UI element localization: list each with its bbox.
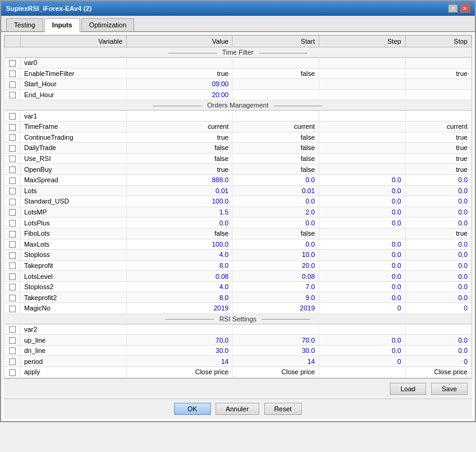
row-checkbox[interactable] <box>9 273 16 280</box>
row-start[interactable]: 0.0 <box>233 239 319 250</box>
row-step[interactable] <box>319 324 405 335</box>
row-stop[interactable]: true <box>405 68 471 79</box>
row-checkbox[interactable] <box>9 295 16 301</box>
row-checkbox[interactable] <box>9 231 16 238</box>
row-stop[interactable]: 0.0 <box>405 174 471 185</box>
row-checkbox[interactable] <box>9 306 16 312</box>
row-checkbox-cell[interactable] <box>5 292 21 303</box>
row-stop[interactable]: true <box>405 132 471 143</box>
row-checkbox-cell[interactable] <box>5 345 21 356</box>
row-start[interactable]: false <box>233 68 319 79</box>
row-stop[interactable] <box>405 58 471 69</box>
row-checkbox[interactable] <box>9 145 16 152</box>
row-checkbox[interactable] <box>9 92 16 98</box>
row-start[interactable]: false <box>233 132 319 143</box>
row-checkbox-cell[interactable] <box>5 207 21 217</box>
row-start[interactable] <box>233 79 319 90</box>
row-stop[interactable]: 0.0 <box>405 292 471 303</box>
row-value[interactable]: 0.01 <box>126 185 233 196</box>
row-checkbox-cell[interactable] <box>5 228 21 239</box>
row-checkbox[interactable] <box>9 348 16 354</box>
help-button[interactable]: ? <box>448 4 458 13</box>
row-start[interactable]: 9.0 <box>233 292 319 303</box>
row-start[interactable] <box>233 324 319 335</box>
row-stop[interactable]: 0 <box>405 356 471 367</box>
row-value[interactable]: true <box>126 132 233 143</box>
row-checkbox[interactable] <box>9 113 16 120</box>
row-value[interactable]: true <box>126 164 233 175</box>
row-stop[interactable]: true <box>405 153 471 164</box>
row-stop[interactable]: 0.0 <box>405 271 471 282</box>
row-stop[interactable] <box>405 111 471 122</box>
row-checkbox[interactable] <box>9 284 16 290</box>
row-checkbox-cell[interactable] <box>5 217 21 228</box>
row-step[interactable]: 0.0 <box>319 196 405 207</box>
row-value[interactable]: 09:00 <box>126 79 233 90</box>
row-value[interactable]: true <box>126 68 233 79</box>
row-checkbox[interactable] <box>9 358 16 365</box>
row-step[interactable]: 0.0 <box>319 271 405 282</box>
load-button[interactable]: Load <box>390 383 426 395</box>
row-checkbox-cell[interactable] <box>5 79 21 90</box>
row-step[interactable]: 0.0 <box>319 345 405 356</box>
row-stop[interactable]: 0 <box>405 303 471 314</box>
row-checkbox-cell[interactable] <box>5 324 21 335</box>
row-step[interactable] <box>319 79 405 90</box>
row-value[interactable]: false <box>126 228 233 239</box>
row-step[interactable] <box>319 228 405 239</box>
row-step[interactable]: 0.0 <box>319 185 405 196</box>
row-stop[interactable]: 0.0 <box>405 335 471 346</box>
row-start[interactable]: 0.0 <box>233 174 319 185</box>
row-value[interactable]: 30.0 <box>126 345 233 356</box>
row-checkbox-cell[interactable] <box>5 68 21 79</box>
row-value[interactable]: 0.08 <box>126 271 233 282</box>
row-checkbox[interactable] <box>9 209 16 216</box>
row-step[interactable] <box>319 58 405 69</box>
row-stop[interactable]: 0.0 <box>405 185 471 196</box>
row-step[interactable]: 0.0 <box>319 260 405 271</box>
row-start[interactable]: current <box>233 121 319 132</box>
row-value[interactable]: 20:00 <box>126 89 233 100</box>
row-checkbox[interactable] <box>9 156 16 162</box>
row-value[interactable]: 888.0 <box>126 174 233 185</box>
row-value[interactable]: false <box>126 143 233 154</box>
row-checkbox-cell[interactable] <box>5 164 21 175</box>
row-checkbox-cell[interactable] <box>5 196 21 207</box>
row-checkbox-cell[interactable] <box>5 271 21 282</box>
row-stop[interactable]: 0.0 <box>405 196 471 207</box>
row-checkbox-cell[interactable] <box>5 58 21 69</box>
row-start[interactable] <box>233 89 319 100</box>
row-checkbox-cell[interactable] <box>5 185 21 196</box>
row-value[interactable]: current <box>126 121 233 132</box>
row-start[interactable]: 0.01 <box>233 185 319 196</box>
row-step[interactable]: 0.0 <box>319 217 405 228</box>
row-step[interactable] <box>319 89 405 100</box>
row-stop[interactable]: 0.0 <box>405 239 471 250</box>
reset-button[interactable]: Reset <box>264 403 302 415</box>
row-stop[interactable]: 0.0 <box>405 260 471 271</box>
row-value[interactable]: 8.0 <box>126 292 233 303</box>
row-step[interactable]: 0 <box>319 356 405 367</box>
row-checkbox-cell[interactable] <box>5 132 21 143</box>
row-checkbox[interactable] <box>9 134 16 141</box>
row-value[interactable]: Close price <box>126 367 233 378</box>
row-value[interactable]: 8.0 <box>126 260 233 271</box>
row-stop[interactable] <box>405 79 471 90</box>
row-value[interactable]: 4.0 <box>126 281 233 292</box>
row-stop[interactable]: 0.0 <box>405 345 471 356</box>
tab-inputs[interactable]: Inputs <box>44 18 80 32</box>
row-step[interactable] <box>319 164 405 175</box>
row-checkbox[interactable] <box>9 70 16 77</box>
row-step[interactable]: 0.0 <box>319 207 405 217</box>
row-step[interactable]: 0.0 <box>319 281 405 292</box>
row-checkbox-cell[interactable] <box>5 281 21 292</box>
row-checkbox[interactable] <box>9 241 16 248</box>
row-step[interactable]: 0.0 <box>319 335 405 346</box>
row-start[interactable]: 14 <box>233 356 319 367</box>
row-start[interactable]: 20.0 <box>233 260 319 271</box>
row-start[interactable]: 10.0 <box>233 250 319 261</box>
row-checkbox[interactable] <box>9 252 16 259</box>
row-stop[interactable]: 0.0 <box>405 207 471 217</box>
row-stop[interactable]: true <box>405 164 471 175</box>
row-step[interactable] <box>319 121 405 132</box>
